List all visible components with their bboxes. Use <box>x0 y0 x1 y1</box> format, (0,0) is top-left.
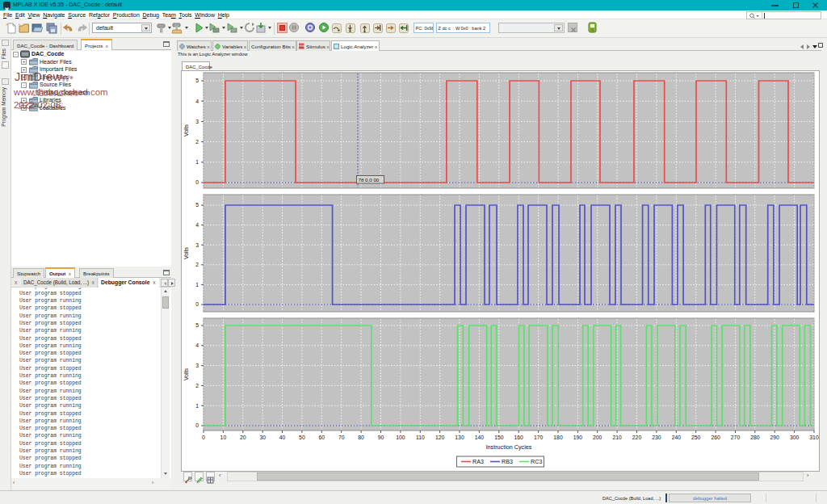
svg-text:RB3: RB3 <box>502 458 513 465</box>
svg-text:5: 5 <box>195 202 199 208</box>
svg-text:90: 90 <box>378 435 384 440</box>
svg-text:1: 1 <box>195 159 199 165</box>
svg-text:270: 270 <box>731 435 741 440</box>
svg-text:170: 170 <box>534 435 544 440</box>
svg-text:130: 130 <box>455 435 464 440</box>
svg-text:200: 200 <box>593 435 602 440</box>
svg-text:50: 50 <box>299 435 305 440</box>
svg-text:250: 250 <box>691 435 701 440</box>
svg-text:4: 4 <box>195 342 199 348</box>
svg-text:20: 20 <box>240 435 246 440</box>
svg-text:60: 60 <box>319 435 325 440</box>
svg-text:220: 220 <box>632 435 642 440</box>
svg-text:Volts: Volts <box>183 124 189 136</box>
svg-text:78 0,0 00: 78 0,0 00 <box>359 177 380 183</box>
svg-text:3: 3 <box>195 242 199 248</box>
svg-text:1: 1 <box>195 403 199 409</box>
svg-text:0: 0 <box>195 179 199 185</box>
svg-text:4: 4 <box>195 222 199 228</box>
svg-text:0: 0 <box>195 422 199 428</box>
svg-text:0: 0 <box>202 435 205 440</box>
svg-text:1: 1 <box>195 282 199 288</box>
svg-text:300: 300 <box>790 435 800 440</box>
svg-text:RC3: RC3 <box>531 458 542 465</box>
svg-text:5: 5 <box>195 322 199 328</box>
svg-text:310: 310 <box>809 435 819 440</box>
svg-text:40: 40 <box>279 435 286 440</box>
svg-text:5: 5 <box>195 78 199 83</box>
svg-text:160: 160 <box>514 435 524 440</box>
svg-text:4: 4 <box>195 99 199 104</box>
svg-text:280: 280 <box>750 435 760 440</box>
svg-text:80: 80 <box>358 435 364 440</box>
svg-text:10: 10 <box>220 435 227 440</box>
svg-text:2: 2 <box>195 262 199 267</box>
svg-text:RA3: RA3 <box>472 458 484 465</box>
svg-text:100: 100 <box>396 435 405 440</box>
svg-text:30: 30 <box>259 435 266 440</box>
svg-text:3: 3 <box>195 363 199 368</box>
svg-text:0: 0 <box>195 301 199 307</box>
svg-text:290: 290 <box>770 435 780 440</box>
svg-text:210: 210 <box>612 435 622 440</box>
svg-text:140: 140 <box>475 435 485 440</box>
svg-text:180: 180 <box>553 435 563 440</box>
svg-text:230: 230 <box>652 435 661 440</box>
svg-text:2: 2 <box>195 139 199 145</box>
svg-text:150: 150 <box>494 435 504 440</box>
svg-text:Instruction Cycles: Instruction Cycles <box>486 443 532 451</box>
svg-text:3: 3 <box>195 119 199 124</box>
svg-text:70: 70 <box>338 435 345 440</box>
svg-text:Volts: Volts <box>183 246 189 259</box>
svg-text:2: 2 <box>195 383 199 388</box>
svg-text:110: 110 <box>416 435 425 440</box>
svg-text:120: 120 <box>435 435 445 440</box>
svg-text:260: 260 <box>711 435 720 440</box>
svg-text:Volts: Volts <box>183 368 189 380</box>
svg-text:240: 240 <box>672 435 682 440</box>
svg-text:190: 190 <box>573 435 583 440</box>
